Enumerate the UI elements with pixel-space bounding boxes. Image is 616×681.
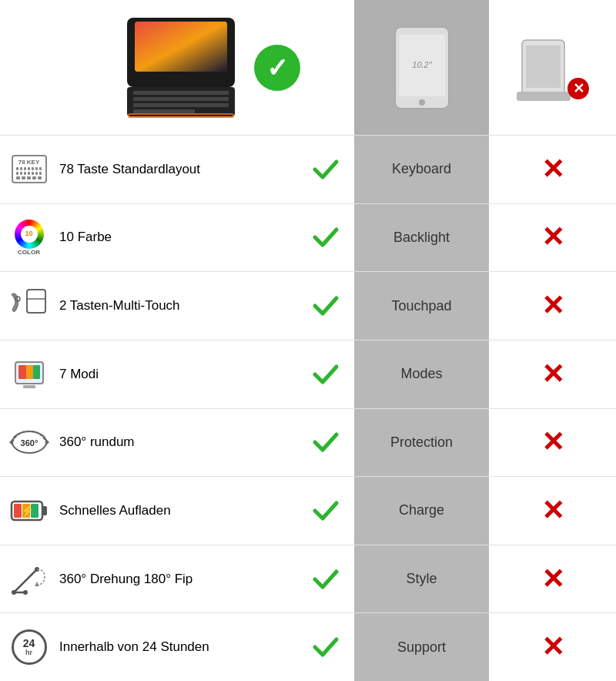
- row-green-check-5: [304, 495, 346, 526]
- product-title: [8, 42, 108, 93]
- table-row: 360° 360° rundum Protection ✕: [0, 409, 616, 478]
- row-description-2: 2 Tasten-Multi-Touch: [59, 297, 295, 314]
- row-description-5: Schnelles Aufladen: [59, 502, 295, 519]
- row-green-check-7: [304, 632, 346, 663]
- row-icon-4: 360°: [8, 421, 50, 464]
- row-cross-7: ✕: [489, 631, 616, 663]
- row-cross-0: ✕: [489, 153, 616, 186]
- cross-mark-3: ✕: [541, 358, 564, 391]
- modes-icon: [12, 357, 46, 391]
- svg-text:✕: ✕: [572, 81, 584, 96]
- table-row: 2 Tasten-Multi-Touch Touchpad ✕: [0, 272, 616, 340]
- svg-rect-26: [23, 385, 35, 388]
- cross-mark-4: ✕: [541, 426, 564, 458]
- header-ipad: 10.2": [354, 0, 489, 135]
- table-row: 78 KEY 78 Taste Standardlayout Keyboard …: [0, 136, 616, 204]
- touchpad-icon: [10, 288, 49, 324]
- row-description-7: Innerhalb von 24 Stunden: [59, 639, 295, 656]
- 24hr-icon: 24 hr: [12, 629, 47, 665]
- row-green-check-3: [304, 359, 346, 390]
- row-cross-1: ✕: [489, 221, 616, 253]
- 360-protect-icon: 360°: [9, 428, 49, 456]
- row-feature-2: Touchpad: [354, 272, 489, 340]
- row-icon-1: 10 COLOR: [8, 216, 50, 259]
- row-green-check-1: [304, 222, 346, 253]
- table-row: 7 Modi Modes ✕: [0, 340, 616, 409]
- seo-check-mark: ✓: [254, 45, 300, 91]
- svg-rect-23: [18, 365, 26, 379]
- row-left-7: 24 hr Innerhalb von 24 Stunden: [0, 626, 354, 669]
- row-icon-2: [8, 285, 50, 327]
- header-row: ✓ 10.2" ✕: [0, 0, 616, 136]
- row-left-1: 10 COLOR 10 Farbe: [0, 216, 354, 259]
- svg-rect-2: [135, 22, 227, 72]
- header-left: ✓: [0, 2, 354, 133]
- row-feature-4: Protection: [354, 409, 489, 477]
- row-green-check-2: [304, 290, 346, 321]
- row-cross-6: ✕: [489, 563, 616, 595]
- rotate-icon: [10, 562, 49, 597]
- row-left-2: 2 Tasten-Multi-Touch: [0, 285, 354, 327]
- cross-mark-6: ✕: [541, 563, 564, 595]
- svg-point-11: [419, 99, 425, 106]
- row-icon-3: [8, 353, 50, 395]
- row-left-3: 7 Modi: [0, 353, 354, 395]
- row-feature-7: Support: [354, 613, 489, 681]
- svg-text:360°: 360°: [20, 438, 38, 448]
- row-feature-5: Charge: [354, 477, 489, 545]
- keyboard-icon: 78 KEY: [12, 155, 47, 183]
- row-icon-5: ⚡: [8, 489, 50, 532]
- row-description-4: 360° rundum: [59, 434, 295, 451]
- row-cross-5: ✕: [489, 495, 616, 527]
- table-row: 24 hr Innerhalb von 24 Stunden Support ✕: [0, 613, 616, 681]
- svg-rect-7: [133, 109, 195, 113]
- cross-mark-2: ✕: [541, 290, 564, 322]
- svg-text:⚡: ⚡: [21, 505, 35, 518]
- svg-marker-29: [46, 439, 49, 445]
- svg-rect-5: [133, 97, 229, 101]
- cross-mark-5: ✕: [541, 495, 564, 527]
- svg-rect-25: [33, 365, 40, 379]
- svg-rect-18: [27, 290, 45, 313]
- svg-rect-15: [517, 92, 571, 101]
- row-feature-0: Keyboard: [354, 136, 489, 203]
- row-icon-7: 24 hr: [8, 626, 50, 669]
- row-description-3: 7 Modi: [59, 366, 295, 383]
- cross-mark-7: ✕: [541, 631, 564, 663]
- color-icon: 10 COLOR: [15, 220, 44, 256]
- row-left-4: 360° 360° rundum: [0, 421, 354, 464]
- row-description-0: 78 Taste Standardlayout: [59, 161, 295, 178]
- svg-rect-24: [26, 365, 33, 379]
- comparison-table: ✓ 10.2" ✕: [0, 0, 616, 681]
- charge-icon: ⚡: [10, 498, 49, 524]
- row-feature-3: Modes: [354, 340, 489, 408]
- others-device-image: ✕: [511, 36, 595, 106]
- row-feature-1: Backlight: [354, 204, 489, 272]
- svg-rect-4: [133, 91, 229, 95]
- svg-marker-42: [35, 582, 39, 586]
- feature-rows: 78 KEY 78 Taste Standardlayout Keyboard …: [0, 136, 616, 681]
- cross-mark-0: ✕: [541, 153, 564, 186]
- row-left-6: 360° Drehung 180° Fip: [0, 558, 354, 600]
- svg-rect-32: [42, 506, 47, 515]
- svg-point-39: [12, 590, 16, 595]
- row-green-check-0: [304, 154, 346, 185]
- row-icon-0: 78 KEY: [8, 148, 50, 190]
- table-row: 10 COLOR 10 Farbe Backlight ✕: [0, 204, 616, 273]
- svg-text:10.2": 10.2": [412, 60, 432, 69]
- row-green-check-6: [304, 564, 346, 595]
- svg-rect-14: [526, 45, 561, 88]
- row-description-6: 360° Drehung 180° Fip: [59, 571, 295, 588]
- product-image: [116, 10, 246, 126]
- row-cross-2: ✕: [489, 290, 616, 322]
- table-row: 360° Drehung 180° Fip Style ✕: [0, 545, 616, 614]
- row-feature-6: Style: [354, 545, 489, 613]
- header-others: ✕: [489, 0, 616, 135]
- row-cross-3: ✕: [489, 358, 616, 391]
- table-row: ⚡ Schnelles Aufladen Charge ✕: [0, 477, 616, 545]
- row-left-0: 78 KEY 78 Taste Standardlayout: [0, 148, 354, 190]
- row-left-5: ⚡ Schnelles Aufladen: [0, 489, 354, 532]
- row-green-check-4: [304, 427, 346, 458]
- svg-rect-6: [133, 103, 229, 107]
- row-description-1: 10 Farbe: [59, 229, 295, 246]
